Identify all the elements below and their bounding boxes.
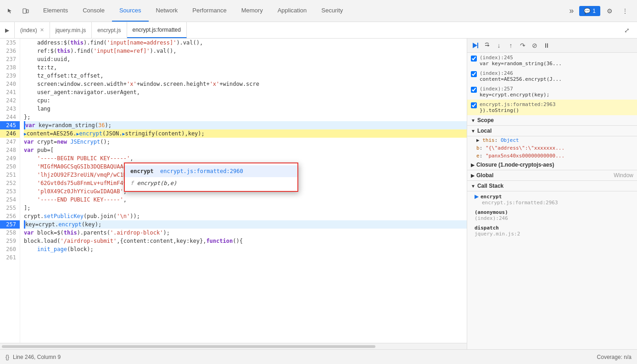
pause-on-exceptions-button[interactable]: ⏸	[542, 40, 552, 50]
more-tabs-button[interactable]: »	[564, 0, 579, 22]
global-value: Window	[614, 172, 633, 179]
ln-238: 238	[0, 63, 20, 72]
bp-1-checkbox[interactable]	[471, 56, 477, 62]
tooltip-link[interactable]: encrypt.js:formatted:2960	[160, 168, 243, 174]
tooltip-item-2[interactable]: f encrypt(b,e)	[125, 177, 297, 189]
local-label: Local	[477, 128, 492, 134]
close-index-tab[interactable]: ✕	[40, 27, 44, 33]
code-line-249: '-----BEGIN PUBLIC KEY-----',	[24, 154, 467, 162]
device-icon[interactable]	[19, 5, 32, 17]
ln-243: 243	[0, 105, 20, 113]
ln-258: 258	[0, 229, 20, 237]
open-in-panel-icon[interactable]: ⤢	[620, 24, 633, 37]
autocomplete-tooltip: encrypt encrypt.js:formatted:2960 f encr…	[124, 162, 298, 192]
scope-arrow-icon: ▼	[471, 118, 475, 123]
closure-section-header[interactable]: ▶ Closure (1.node-cryptojs-aes)	[467, 160, 637, 170]
show-navigator-button[interactable]: ▶	[0, 22, 15, 38]
bp-3-checkbox[interactable]	[471, 87, 477, 93]
ln-260: 260	[0, 245, 20, 253]
code-line-257: key=crypt.encrypt(key);	[24, 220, 467, 229]
cursor-icon[interactable]	[4, 5, 17, 17]
call-stack-header[interactable]: ▼ Call Stack	[467, 181, 637, 191]
step-out-button[interactable]: ↑	[506, 40, 516, 50]
tab-application[interactable]: Application	[270, 0, 314, 22]
local-arrow-icon: ▼	[471, 129, 475, 134]
settings-icon[interactable]: ⚙	[603, 5, 616, 17]
tooltip-item-1[interactable]: encrypt encrypt.js:formatted:2960	[125, 165, 297, 177]
step-button[interactable]: ↷	[518, 40, 528, 50]
more-options-icon[interactable]: ⋮	[619, 5, 631, 17]
bp-4-file: encrypt.js:formatted:2963	[480, 101, 556, 107]
debugger-toolbar: ↓ ↑ ↷ ⊘ ⏸	[467, 39, 637, 53]
code-line-254: '-----END PUBLIC KEY-----',	[24, 196, 467, 204]
bp-item-2: (index):246 content=AES256.encrypt(J...	[467, 68, 637, 84]
ln-245: 245	[0, 121, 20, 129]
index-tab-label: (index)	[20, 27, 37, 34]
ln-247: 247	[0, 138, 20, 146]
svg-marker-2	[473, 43, 477, 48]
bp-4-checkbox[interactable]	[471, 102, 477, 108]
scope-e: e: "panx5ns40xs00000000000...	[467, 152, 637, 160]
code-line-241: user_agent:navigator.userAgent,	[24, 88, 467, 96]
callstack-fn-1: encrypt	[481, 194, 502, 200]
bp-1-file: (index):245	[480, 55, 562, 61]
ln-250: 250	[0, 162, 20, 171]
code-line-236: ref:$(this).find('input[name=ref]').val(…	[24, 47, 467, 55]
scope-section-header[interactable]: ▼ Scope	[467, 115, 637, 126]
code-line-259: block.load('/airdrop-submit',{content:co…	[24, 237, 467, 245]
code-line-256: crypt.setPublicKey(pub.join('\n'));	[24, 212, 467, 220]
callstack-frame-3[interactable]: dispatch jquery.min.js:2	[467, 223, 637, 239]
encrypt-tab-label: encrypt.js	[97, 27, 121, 34]
ln-237: 237	[0, 55, 20, 63]
code-line-244: };	[24, 113, 467, 121]
jquery-tab-label: jquery.min.js	[56, 27, 86, 34]
file-tabs-bar: ▶ (index) ✕ jquery.min.js encrypt.js enc…	[0, 22, 637, 39]
tab-memory[interactable]: Memory	[234, 0, 270, 22]
tab-index[interactable]: (index) ✕	[15, 22, 50, 38]
file-tab-end: ⤢	[617, 22, 637, 38]
resume-button[interactable]	[470, 40, 480, 50]
tab-jquery[interactable]: jquery.min.js	[50, 22, 92, 38]
bp-1-code: var key=random_string(36...	[480, 61, 562, 67]
scope-this[interactable]: ▶ this: Object	[467, 136, 637, 144]
ln-257: 257	[0, 220, 20, 229]
code-area[interactable]: 235 236 237 238 239 240 241 242 243 244 …	[0, 39, 467, 349]
code-line-261	[24, 253, 467, 262]
breakpoints-section: (index):245 var key=random_string(36... …	[467, 53, 637, 115]
ln-239: 239	[0, 72, 20, 80]
tab-performance[interactable]: Performance	[185, 0, 234, 22]
svg-rect-0	[23, 9, 26, 13]
callstack-frame-2[interactable]: (anonymous) (index):246	[467, 207, 637, 223]
callstack-frame-1[interactable]: ▶ encrypt encrypt.js:formatted:2963	[467, 191, 637, 207]
step-over-button[interactable]	[482, 40, 492, 50]
messages-badge[interactable]: 💬 1	[579, 6, 600, 16]
bp-item-3: (index):257 key=crypt.encrypt(key);	[467, 84, 637, 100]
global-section-header[interactable]: ▶ Global Window	[467, 170, 637, 181]
tab-sources[interactable]: Sources	[112, 0, 149, 22]
deactivate-breakpoints-button[interactable]: ⊘	[530, 40, 540, 50]
tab-console[interactable]: Console	[75, 0, 112, 22]
local-section-header[interactable]: ▼ Local	[467, 126, 637, 136]
code-line-246: ▶content=AES256.▶encrypt(JSON.▶stringify…	[24, 129, 467, 138]
tab-elements[interactable]: Elements	[36, 0, 75, 22]
svg-rect-1	[27, 10, 28, 13]
code-line-248: var pub=[	[24, 146, 467, 154]
coverage-label: Coverage: n/a	[597, 354, 631, 360]
step-into-button[interactable]: ↓	[494, 40, 504, 50]
code-content: address:$(this).find('input[name=address…	[20, 39, 467, 349]
code-line-239: tz_offset:tz_offset,	[24, 72, 467, 80]
tab-security[interactable]: Security	[314, 0, 350, 22]
code-line-255: ];	[24, 204, 467, 212]
bracket-icon[interactable]: {}	[6, 354, 9, 360]
bp-2-checkbox[interactable]	[471, 71, 477, 77]
ln-255: 255	[0, 204, 20, 212]
line-numbers: 235 236 237 238 239 240 241 242 243 244 …	[0, 39, 20, 349]
tab-encrypt[interactable]: encrypt.js	[92, 22, 127, 38]
callstack-file-3: jquery.min.js:2	[475, 231, 633, 237]
badge-count: 1	[592, 8, 596, 14]
tab-network[interactable]: Network	[149, 0, 185, 22]
tab-encrypt-formatted[interactable]: encrypt.js:formatted	[127, 22, 187, 38]
ln-256: 256	[0, 212, 20, 220]
horizontal-scrollbar[interactable]	[0, 343, 467, 349]
code-panel: 235 236 237 238 239 240 241 242 243 244 …	[0, 39, 467, 349]
